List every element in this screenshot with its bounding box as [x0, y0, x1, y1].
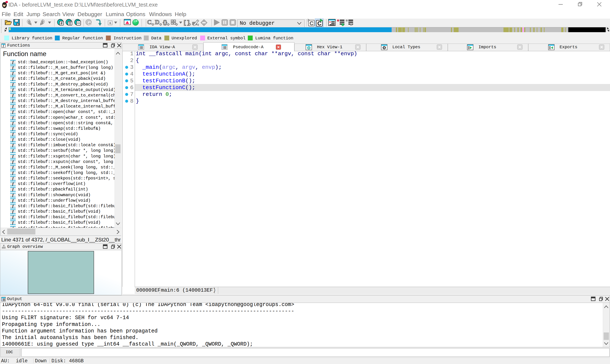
- svg-text:C: C: [147, 19, 152, 26]
- svg-text:010: 010: [77, 22, 80, 24]
- svg-text:C: C: [310, 20, 314, 26]
- svg-text:A: A: [109, 21, 111, 25]
- svg-text:#: #: [61, 21, 63, 26]
- svg-text:T: T: [69, 21, 71, 26]
- svg-text:0: 0: [383, 47, 385, 50]
- svg-text:{}: {}: [163, 19, 167, 26]
- svg-text:D: D: [155, 19, 160, 26]
